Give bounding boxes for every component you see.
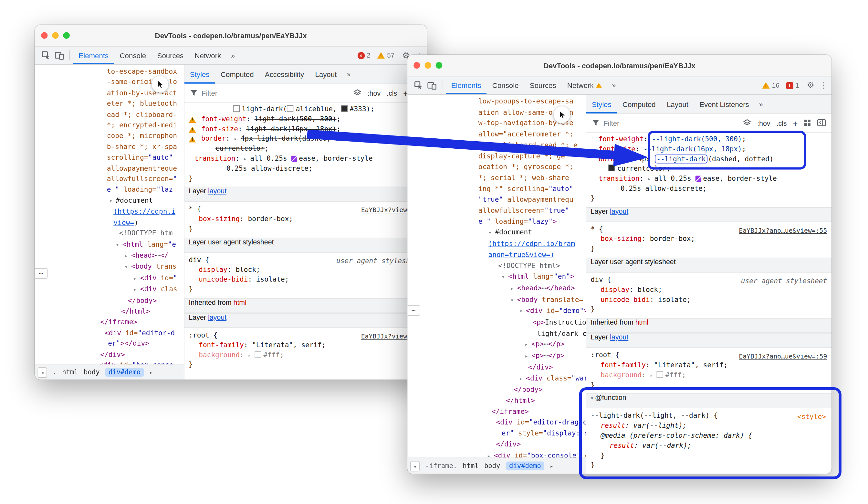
breadcrumb-item-selected[interactable]: div#demo: [506, 462, 545, 470]
element-classes-button[interactable]: .cls: [387, 90, 397, 97]
dom-tree-row[interactable]: ▾ #document: [407, 227, 586, 238]
dom-tree-row[interactable]: e " loading="laz: [35, 184, 184, 195]
tab-elements[interactable]: Elements: [73, 47, 114, 64]
close-button[interactable]: [413, 62, 420, 69]
sidebar-tab-computed[interactable]: Computed: [215, 65, 259, 84]
link[interactable]: anon=true&view=): [488, 250, 554, 259]
source-link[interactable]: EaYBJJx?ano…ue&view=:59: [739, 352, 827, 361]
dom-tree-row[interactable]: low-popups-to-escape-sa: [407, 96, 586, 107]
dom-tree-row[interactable]: ▾ #document: [35, 195, 184, 206]
dom-tree-row[interactable]: view=): [35, 217, 184, 228]
warning-count-badge[interactable]: 57: [377, 51, 394, 59]
element-classes-button[interactable]: .cls: [776, 119, 787, 127]
breadcrumb-item[interactable]: html: [62, 369, 78, 376]
error-count-badge[interactable]: 2: [357, 51, 371, 59]
dom-tree-row[interactable]: e " loading="lazy">: [407, 216, 586, 227]
more-sidebar-tabs-icon[interactable]: »: [755, 100, 767, 108]
dom-tree-row[interactable]: <!DOCTYPE html>: [407, 260, 586, 271]
dom-tree-row[interactable]: ing *" scrolling="auto": [407, 183, 586, 194]
dom-tree-row[interactable]: ead *; clipboard-: [35, 109, 184, 120]
breadcrumb-item[interactable]: body: [84, 369, 100, 376]
cascade-layers-icon[interactable]: [743, 119, 751, 128]
dock-sidebar-icon[interactable]: [817, 119, 826, 128]
dom-tree-row[interactable]: light/dark col: [407, 328, 586, 339]
dom-tree-row[interactable]: *; serial *; web-share: [407, 172, 586, 183]
zoom-button[interactable]: [63, 32, 70, 39]
dom-tree-row[interactable]: </div>: [407, 362, 586, 373]
more-panels-icon[interactable]: »: [226, 51, 239, 60]
sidebar-tab-layout[interactable]: Layout: [309, 65, 342, 84]
link[interactable]: layout: [610, 208, 628, 215]
dom-tree-row[interactable]: *; encrypted-medi: [35, 120, 184, 130]
minimize-button[interactable]: [424, 62, 431, 69]
dom-tree-row[interactable]: ▸ <div id="box-console" c: [407, 450, 586, 458]
breadcrumb-scroll-left[interactable]: ◂: [410, 461, 420, 471]
link[interactable]: view=: [113, 218, 134, 226]
dom-tree-row[interactable]: </div>: [407, 439, 586, 450]
dom-tree-row[interactable]: b-share *; xr-spa: [35, 141, 184, 152]
style-link[interactable]: <style>: [797, 413, 826, 422]
dom-tree-row[interactable]: ▾ <div id="demo">: [407, 305, 586, 317]
inspect-element-icon[interactable]: [412, 79, 425, 92]
dom-tree-row[interactable]: ocation *; gyroscope *;: [407, 161, 586, 172]
tab-elements[interactable]: Elements: [446, 76, 487, 94]
tab-console[interactable]: Console: [487, 76, 524, 94]
dom-tree-row[interactable]: cope *; microphon: [35, 130, 184, 141]
dom-tree-row[interactable]: <p>Instruction: [407, 317, 586, 328]
dom-tree-row[interactable]: allowfullscreen="true": [407, 205, 586, 216]
source-link[interactable]: EaYBJJx?ano…ue&view=:55: [739, 226, 827, 235]
grid-icon[interactable]: [804, 119, 811, 128]
link[interactable]: (https://cdpn.i: [113, 207, 175, 215]
cascade-layers-icon[interactable]: [353, 89, 361, 98]
dom-tree-row[interactable]: display-capture *; ge: [407, 150, 586, 161]
breadcrumb-scroll-left[interactable]: ◂: [38, 367, 47, 377]
dom-tree-row[interactable]: </body>: [35, 295, 184, 306]
filter-input[interactable]: Filter: [603, 119, 620, 127]
tab-sources[interactable]: Sources: [524, 76, 562, 94]
device-toolbar-icon[interactable]: [53, 49, 66, 62]
dom-tree-row[interactable]: er" style="display: no: [407, 428, 586, 439]
dom-tree-row[interactable]: (https://cdpn.i: [35, 206, 184, 217]
breadcrumb-scroll-right[interactable]: ▸: [550, 463, 553, 469]
dom-tree-row[interactable]: ▸ <head>⋯</: [35, 250, 184, 261]
close-button[interactable]: [41, 32, 48, 39]
sidebar-tab-event-listeners[interactable]: Event Listeners: [694, 95, 755, 113]
dom-tree-row[interactable]: ▸ <div clas: [35, 284, 184, 295]
dom-tree-row[interactable]: allowpaymentreque: [35, 163, 184, 173]
titlebar[interactable]: DevTools - codepen.io/bramus/pen/EaYBJJx: [35, 25, 427, 47]
breadcrumb-item-selected[interactable]: div#demo: [105, 368, 144, 377]
titlebar[interactable]: DevTools - codepen.io/bramus/pen/EaYBJJx: [407, 55, 831, 77]
dom-tree-row[interactable]: </html>: [407, 395, 586, 406]
overflow-ellipsis-button[interactable]: ⋯: [35, 268, 48, 279]
tab-console[interactable]: Console: [114, 47, 152, 64]
inspect-element-icon[interactable]: [39, 49, 53, 62]
breadcrumb-scroll-right[interactable]: ▸: [149, 369, 153, 375]
dom-tree-row[interactable]: </div>: [35, 349, 184, 360]
minimize-button[interactable]: [52, 32, 59, 39]
dom-tree-row[interactable]: scrolling="auto": [35, 152, 184, 163]
toggle-element-state-button[interactable]: :hov: [757, 119, 771, 127]
dom-tree-row[interactable]: </iframe>: [35, 316, 184, 327]
toggle-element-state-button[interactable]: :hov: [368, 90, 381, 97]
dom-tree-row[interactable]: ▸ <div id="box-conso: [35, 360, 184, 364]
settings-gear-icon[interactable]: ⚙: [807, 80, 814, 90]
dom-tree-row[interactable]: ▸ <p>⋯</p>: [407, 339, 586, 350]
link[interactable]: (https://cdpn.io/bram: [488, 240, 575, 248]
dom-tree-row[interactable]: <div id="editor-d: [35, 327, 184, 338]
warning-count-badge[interactable]: 16: [762, 81, 779, 89]
tab-sources[interactable]: Sources: [152, 47, 189, 64]
dom-tree-row[interactable]: ▸ <div class="war: [407, 373, 586, 384]
sidebar-tab-styles[interactable]: Styles: [185, 65, 215, 84]
dom-tree-row[interactable]: eter *; bluetooth: [35, 98, 184, 109]
device-toolbar-icon[interactable]: [425, 79, 438, 92]
tab-network[interactable]: Network: [189, 47, 226, 64]
sidebar-tab-layout[interactable]: Layout: [661, 95, 694, 113]
dom-tree-row[interactable]: ▸ <head>⋯</head>: [407, 283, 586, 294]
overflow-ellipsis-button[interactable]: ⋯: [407, 305, 420, 316]
dom-tree-row[interactable]: allowfullscreen=": [35, 173, 184, 184]
dom-tree-row[interactable]: ▾ <body translate=: [407, 294, 586, 305]
sidebar-tab-computed[interactable]: Computed: [617, 95, 661, 113]
dom-tree-row[interactable]: <!DOCTYPE htm: [35, 228, 184, 238]
dom-tree-row[interactable]: </body>: [407, 384, 586, 395]
dom-tree-row[interactable]: anon=true&view=): [407, 249, 586, 260]
